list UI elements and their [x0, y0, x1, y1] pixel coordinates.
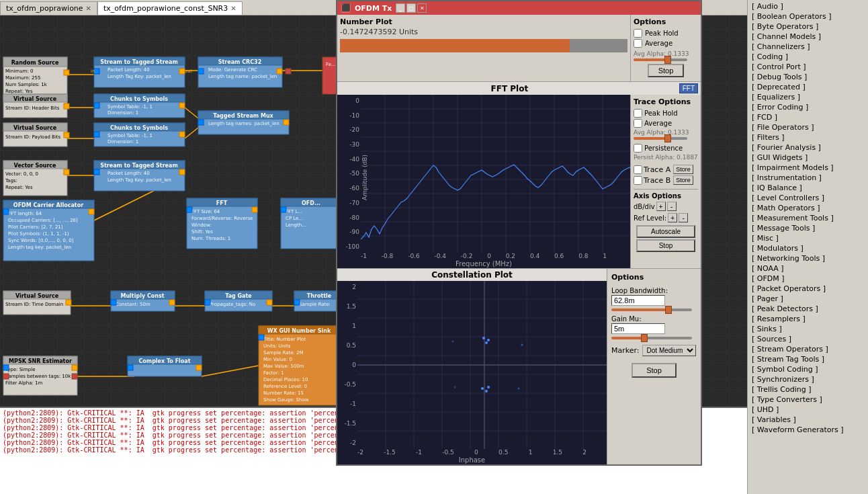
db-minus[interactable]: - — [667, 202, 677, 211]
peak-hold-checkbox[interactable] — [634, 29, 642, 38]
component-item[interactable]: [ Debug Tools ] — [749, 72, 867, 82]
block-virtual-source-2[interactable]: Virtual Source Stream ID: Payload Bits — [3, 123, 69, 147]
win-maximize[interactable]: □ — [406, 3, 416, 13]
autoscale-btn[interactable]: Autoscale — [636, 225, 695, 238]
fft-stop-btn[interactable]: Stop — [636, 239, 695, 252]
fft-average-cb[interactable] — [634, 119, 642, 128]
component-item[interactable]: [ Filters ] — [749, 132, 867, 142]
component-item[interactable]: [ FCD ] — [749, 112, 867, 122]
avg-slider-thumb[interactable] — [664, 56, 671, 64]
average-checkbox[interactable] — [634, 39, 642, 48]
trace-a-store[interactable]: Store — [673, 165, 693, 174]
component-item[interactable]: [ Byte Operators ] — [749, 22, 867, 32]
number-plot-stop-btn[interactable]: Stop — [648, 64, 685, 77]
component-item[interactable]: [ Resamplers ] — [749, 314, 867, 324]
db-plus[interactable]: + — [656, 202, 666, 211]
trace-a-cb[interactable] — [634, 165, 642, 174]
component-item[interactable]: [ Channelizers ] — [749, 42, 867, 52]
loop-bw-slider[interactable] — [611, 308, 692, 311]
block-fft[interactable]: FFT FFT Size: 64 Forward/Reverse: Revers… — [187, 198, 257, 249]
component-item[interactable]: [ UHD ] — [749, 405, 867, 415]
block-vector-source[interactable]: Vector Source Vector: 0, 0, 0 Tags: Repe… — [3, 161, 69, 196]
component-item[interactable]: [ Coding ] — [749, 52, 867, 62]
fft-persistence-cb[interactable] — [634, 144, 642, 153]
block-tag-gate[interactable]: Tag Gate Propagate_tags: No — [205, 291, 272, 311]
component-item[interactable]: [ Waveform Generators ] — [749, 425, 867, 435]
avg-slider[interactable] — [634, 58, 687, 61]
component-item[interactable]: [ Fourier Analysis ] — [749, 142, 867, 153]
component-item[interactable]: [ Measurement Tools ] — [749, 213, 867, 223]
marker-row: Marker: Dot Medium — [611, 345, 697, 356]
fft-btn[interactable]: FFT — [679, 83, 698, 93]
fft-peak-hold-cb[interactable] — [634, 109, 642, 118]
component-item[interactable]: [ Variables ] — [749, 415, 867, 425]
svg-text:Virtual Source: Virtual Source — [15, 293, 59, 299]
component-item[interactable]: [ Pager ] — [749, 294, 867, 304]
gain-mu-thumb[interactable] — [641, 334, 648, 342]
component-item[interactable]: [ Sinks ] — [749, 324, 867, 334]
fft-y-axis: 0 -10 -20 -30 -40 -50 -60 -70 -80 -90 -1… — [337, 95, 361, 253]
component-item[interactable]: [ Message Tools ] — [749, 223, 867, 233]
component-item[interactable]: [ File Operators ] — [749, 122, 867, 132]
component-item[interactable]: [ GUI Widgets ] — [749, 153, 867, 163]
component-item[interactable]: [ OFDM ] — [749, 274, 867, 284]
component-item[interactable]: [ Packet Operators ] — [749, 284, 867, 294]
component-item[interactable]: [ Equalizers ] — [749, 92, 867, 102]
component-item[interactable]: [ Stream Tag Tools ] — [749, 354, 867, 364]
component-item[interactable]: [ Stream Operators ] — [749, 344, 867, 354]
block-chunks-symbols-2[interactable]: Chunks to Symbols Symbol Table: -1, 1 Di… — [94, 123, 185, 147]
block-stream-crc32[interactable]: Stream CRC32 Mode: Generate CRC Length t… — [198, 57, 291, 87]
block-ofdm-carrier-alloc[interactable]: OFDM Carrier Allocator FFT length: 64 Oc… — [3, 200, 94, 261]
tab-1[interactable]: tx_ofdm_poprawione ✕ — [0, 1, 97, 15]
block-ofd-partial[interactable]: OFD... FFT L... CP Le... Length... — [281, 198, 341, 249]
loop-bw-input[interactable] — [611, 295, 665, 306]
component-item[interactable]: [ Trellis Coding ] — [749, 384, 867, 395]
tab-1-close[interactable]: ✕ — [86, 5, 91, 12]
const-stop-btn[interactable]: Stop — [632, 363, 677, 378]
win-minimize[interactable]: _ — [396, 3, 405, 13]
block-complex-to-float[interactable]: Complex To Float — [128, 356, 202, 376]
ref-plus[interactable]: + — [668, 213, 677, 222]
gain-mu-input[interactable] — [611, 323, 665, 334]
component-item[interactable]: [ Sources ] — [749, 334, 867, 344]
component-item[interactable]: [ Type Converters ] — [749, 395, 867, 405]
block-mpsk-snr[interactable]: MPSK SNR Estimator Type: Simple Samples … — [3, 356, 77, 395]
block-tagged-stream-mux[interactable]: Tagged Stream Mux Length tag names: pack… — [198, 111, 289, 134]
component-item[interactable]: [ Audio ] — [749, 1, 867, 11]
block-virtual-source-1[interactable]: Virtual Source Stream ID: Header Bits — [3, 94, 69, 118]
ref-minus[interactable]: - — [679, 213, 688, 222]
trace-b-cb[interactable] — [634, 176, 642, 185]
block-wx-gui-number[interactable]: WX GUI Number Sink Title: Number Plot Un… — [259, 326, 339, 405]
block-multiply-const[interactable]: Multiply Const Constant: 50m — [111, 291, 175, 311]
fft-avg-thumb[interactable] — [664, 134, 671, 142]
block-stream-tagged-2[interactable]: Stream to Tagged Stream Packet Length: 4… — [94, 161, 185, 191]
trace-b-store[interactable]: Store — [673, 175, 693, 185]
component-item[interactable]: [ Peak Detectors ] — [749, 304, 867, 314]
component-item[interactable]: [ Error Coding ] — [749, 102, 867, 112]
component-item[interactable]: [ Instrumentation ] — [749, 173, 867, 183]
component-item[interactable]: [ Channel Models ] — [749, 32, 867, 42]
component-item[interactable]: [ Misc ] — [749, 233, 867, 243]
fft-avg-slider[interactable] — [634, 137, 687, 140]
win-close[interactable]: ✕ — [417, 3, 427, 13]
component-item[interactable]: [ Control Port ] — [749, 62, 867, 72]
component-item[interactable]: [ Impairment Models ] — [749, 163, 867, 173]
component-item[interactable]: [ Math Operators ] — [749, 203, 867, 213]
component-item[interactable]: [ Networking Tools ] — [749, 253, 867, 263]
component-item[interactable]: [ Modulators ] — [749, 243, 867, 253]
component-item[interactable]: [ Boolean Operators ] — [749, 11, 867, 22]
tab-2[interactable]: tx_ofdm_poprawione_const_SNR3 ✕ — [97, 1, 243, 15]
block-stream-tagged-1[interactable]: Stream to Tagged Stream Packet Length: 4… — [91, 57, 193, 87]
tab-2-close[interactable]: ✕ — [230, 5, 236, 12]
gain-mu-slider[interactable] — [611, 337, 692, 339]
block-virtual-source-4[interactable]: Virtual Source Stream ID: Time Domain — [3, 291, 71, 315]
component-item[interactable]: [ Deprecated ] — [749, 82, 867, 92]
component-item[interactable]: [ Synchronizers ] — [749, 374, 867, 384]
component-item[interactable]: [ IQ Balance ] — [749, 183, 867, 193]
loop-bw-thumb[interactable] — [665, 306, 672, 314]
component-item[interactable]: [ NOAA ] — [749, 263, 867, 274]
component-item[interactable]: [ Symbol Coding ] — [749, 364, 867, 374]
block-chunks-symbols-1[interactable]: Chunks to Symbols Symbol Table: -1, 1 Di… — [94, 94, 185, 118]
component-item[interactable]: [ Level Controllers ] — [749, 193, 867, 203]
marker-select[interactable]: Dot Medium — [642, 345, 696, 356]
